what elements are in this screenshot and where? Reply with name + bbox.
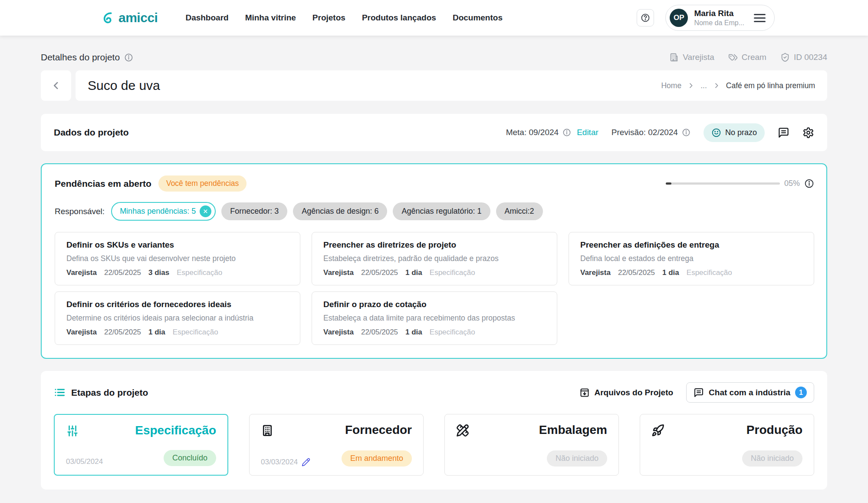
archive-download-icon [579,387,590,398]
task-owner: Varejista [580,268,611,277]
task-stage: Especificação [173,328,218,337]
user-company: Nome da Emp... [694,19,744,27]
breadcrumb-current: Café em pó linha premium [726,81,815,90]
help-button[interactable] [637,9,654,26]
stage-card-especificacao[interactable]: Especificação 03/05/2024 Concluído [54,414,228,476]
chip-minhas-pendencias[interactable]: Minhas pendências: 5 [111,202,216,221]
stage-name: Produção [746,423,802,437]
task-title: Definir os critérios de fornecedores ide… [66,300,289,309]
status-badge: No prazo [704,123,765,142]
edit-link[interactable]: Editar [577,128,598,137]
chip-amicci[interactable]: Amicci:2 [496,202,543,220]
section-label: Detalhes do projeto [41,52,133,63]
info-icon[interactable] [562,128,571,137]
chip-label: Agências de design: 6 [302,207,378,216]
nav-produtos-lancados[interactable]: Produtos lançados [362,13,436,23]
nav-minha-vitrine[interactable]: Minha vitrine [245,13,296,23]
task-duration: 1 dia [148,328,165,337]
chip-label: Agências regulatório: 1 [401,207,481,216]
project-files-button[interactable]: Arquivos do Projeto [579,387,674,398]
task-stage: Especificação [430,268,475,277]
chip-label: Amicci:2 [505,207,534,216]
chip-label: Fornecedor: 3 [230,207,279,216]
stages-title: Etapas do projeto [71,387,148,398]
task-owner: Varejista [323,328,354,337]
project-meta-badges: Varejista Cream [669,53,827,62]
nav-documentos[interactable]: Documentos [453,13,503,23]
stage-card-fornecedor[interactable]: Fornecedor 03/03/2024 Em andamento [249,414,424,476]
breadcrumb-home[interactable]: Home [661,81,681,90]
top-nav: amicci Dashboard Minha vitrine Projetos … [0,0,868,36]
stage-name: Embalagem [539,423,607,437]
retailer-badge: Varejista [669,53,714,62]
task-date: 22/05/2025 [361,268,398,277]
avatar: OP [670,9,688,27]
category-label: Cream [742,53,766,62]
settings-button[interactable] [802,127,814,139]
task-date: 22/05/2025 [361,328,398,337]
task-description: Determine os critérios ideais para selec… [66,314,289,323]
task-card-entrega[interactable]: Preencher as definições de entrega Defin… [569,232,814,285]
task-date: 22/05/2025 [104,328,141,337]
progress-label: 05% [784,179,800,188]
close-circle-icon[interactable] [200,205,211,217]
breadcrumb-ellipsis[interactable]: ... [700,81,707,90]
chevron-left-icon [49,79,62,92]
main-nav: Dashboard Minha vitrine Projetos Produto… [185,13,503,23]
task-card-diretrizes[interactable]: Preencher as diretrizes de projeto Estab… [312,232,557,285]
stage-status-badge: Não iniciado [547,450,607,467]
task-title: Preencher as diretrizes de projeto [323,240,546,250]
nav-dashboard[interactable]: Dashboard [185,13,228,23]
nav-projetos[interactable]: Projetos [312,13,345,23]
amicci-logo[interactable]: amicci [102,10,158,25]
meta-date-label: Meta: 09/2024 [506,128,559,137]
project-title-card: Suco de uva Home ... Café em pó linha pr… [76,70,827,101]
task-title: Definir o prazo de cotação [323,300,546,309]
stage-date: 03/03/2024 [261,458,310,467]
rocket-icon [651,424,664,437]
sliders-icon [66,424,79,437]
user-menu[interactable]: OP Maria Rita Nome da Emp... [665,5,775,31]
comments-button[interactable] [778,127,789,139]
chip-fornecedor[interactable]: Fornecedor: 3 [221,202,287,220]
stage-status-badge: Em andamento [342,450,412,467]
back-button[interactable] [41,70,71,101]
chat-count-badge: 1 [795,387,807,398]
shield-check-icon [780,53,790,62]
pencil-edit-icon[interactable] [302,458,310,467]
task-stage: Especificação [687,268,732,277]
stage-card-embalagem[interactable]: Embalagem Não iniciado [444,414,619,476]
chip-agencias-design[interactable]: Agências de design: 6 [293,202,387,220]
task-card-criterios[interactable]: Definir os critérios de fornecedores ide… [55,291,300,345]
user-name: Maria Rita [694,9,744,19]
info-icon[interactable] [124,53,133,62]
task-duration: 1 dia [662,268,679,277]
task-stage: Especificação [430,328,475,337]
task-owner: Varejista [323,268,354,277]
task-title: Preencher as definições de entrega [580,240,802,250]
retailer-label: Varejista [683,53,714,62]
project-id-badge: ID 00234 [780,53,827,62]
task-card-cotacao[interactable]: Definir o prazo de cotação Estabeleça a … [312,291,557,345]
task-card-skus[interactable]: Definir os SKUs e variantes Defina os SK… [55,232,300,285]
industry-chat-button[interactable]: Chat com a indústria 1 [686,382,814,403]
project-data-title: Dados do projeto [54,127,129,138]
stage-name: Fornecedor [345,423,412,437]
info-icon[interactable] [682,128,690,137]
category-badge: Cream [728,53,766,62]
stage-date-text: 03/03/2024 [261,458,298,467]
amicci-logo-icon [102,11,115,24]
task-stage: Especificação [177,268,222,277]
responsible-filter-row: Responsável: Minhas pendências: 5 Fornec… [55,202,814,221]
building-icon [261,424,274,437]
stage-card-producao[interactable]: Produção Não iniciado [640,414,814,476]
task-owner: Varejista [66,328,97,337]
info-icon[interactable] [804,179,814,189]
breadcrumb: Home ... Café em pó linha premium [661,81,815,90]
task-date: 22/05/2025 [104,268,141,277]
stage-status-badge: Não iniciado [742,450,802,467]
chip-agencias-regulatorio[interactable]: Agências regulatório: 1 [393,202,490,220]
stage-name: Especificação [135,424,216,437]
pendencies-title: Pendências em aberto [55,179,151,189]
progress-fill [666,182,671,185]
